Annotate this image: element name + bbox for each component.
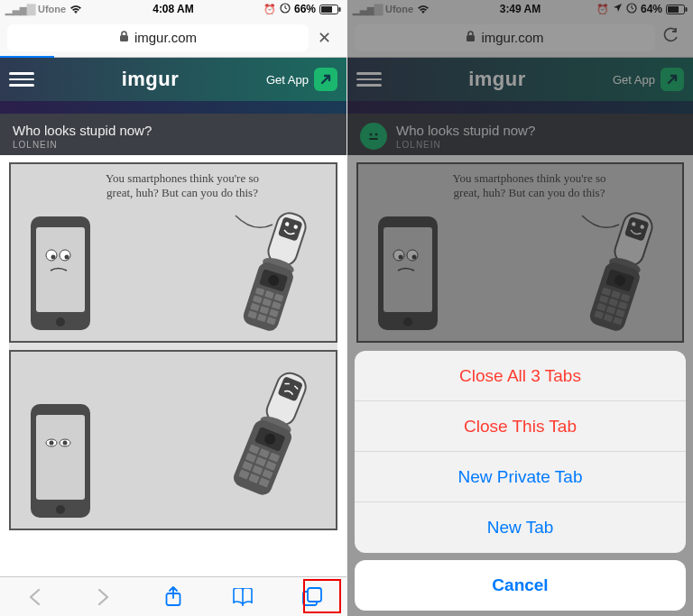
smartphone-drawing [376,215,439,336]
address-bar: imgur.com ✕ [0,18,346,58]
flip-phone-drawing [581,209,662,339]
svg-point-72 [407,250,418,261]
get-app-button[interactable]: Get App [613,68,684,91]
svg-point-66 [375,133,378,136]
post-title: Who looks stupid now? [13,123,152,138]
speech-bubble: You smartphones think you're so great, h… [439,171,619,201]
menu-icon[interactable] [356,72,382,87]
imgur-logo: imgur [468,68,526,91]
svg-point-70 [403,317,412,326]
smartphone-drawing [29,215,92,336]
svg-point-65 [370,133,373,136]
url-field[interactable]: imgur.com [7,24,309,51]
get-app-icon [661,68,684,91]
svg-rect-69 [383,227,432,312]
imgur-logo: imgur [122,68,180,91]
svg-rect-64 [467,35,475,41]
comic-image: You smartphones think you're so great, h… [356,162,684,343]
url-field[interactable]: imgur.com [355,24,655,51]
safari-toolbar [0,576,346,616]
svg-rect-33 [36,415,85,500]
close-this-tab-button[interactable]: Close This Tab [355,401,686,452]
new-tab-button[interactable]: New Tab [355,502,686,553]
post-header: Who looks stupid now? LOLNEIN [0,114,346,155]
post-author: LOLNEIN [13,140,152,150]
action-sheet: Close All 3 Tabs Close This Tab New Priv… [355,351,686,611]
status-bar: ▁▃▅▇ Ufone 3:49 AM ⏰ 64% [347,0,693,18]
get-app-label: Get App [266,73,309,87]
address-bar: imgur.com [347,18,693,58]
post-author: LOLNEIN [396,140,535,150]
svg-point-7 [56,317,65,326]
screenshot-right: ▁▃▅▇ Ufone 3:49 AM ⏰ 64% imgur.com imgur… [346,0,693,616]
speech-bubble: You smartphones think you're so great, h… [92,171,273,201]
svg-point-38 [63,441,68,446]
svg-point-8 [46,250,57,261]
stop-button[interactable]: ✕ [309,28,339,48]
forward-button [84,581,124,613]
back-button [14,581,54,613]
lock-icon [466,30,476,46]
svg-rect-6 [36,227,85,312]
svg-point-37 [50,441,54,446]
url-text: imgur.com [481,30,543,45]
imgur-header: imgur Get App [0,58,346,101]
header-banner [0,101,346,114]
page-content: Who looks stupid now? LOLNEIN You smartp… [0,114,346,576]
svg-point-9 [60,250,70,261]
cancel-button[interactable]: Cancel [355,560,686,611]
get-app-icon [314,68,337,91]
svg-point-71 [393,250,404,261]
flip-phone-drawing [226,370,316,509]
flip-phone-drawing [235,209,316,339]
smartphone-drawing [29,402,92,523]
post-header: Who looks stupid now? LOLNEIN [347,114,693,155]
share-button[interactable] [153,581,193,613]
comic-panel-2 [9,350,337,530]
bookmarks-button[interactable] [223,581,263,613]
post-title: Who looks stupid now? [396,123,535,138]
lock-icon [119,30,129,46]
avatar [360,123,387,150]
svg-rect-59 [308,588,321,602]
new-private-tab-button[interactable]: New Private Tab [355,452,686,502]
status-time: 3:49 AM [347,3,693,15]
comic-image: You smartphones think you're so great, h… [9,162,337,530]
svg-rect-4 [120,35,128,41]
svg-point-74 [412,255,417,260]
menu-icon[interactable] [9,72,34,87]
comic-panel-1: You smartphones think you're so great, h… [9,162,337,343]
get-app-button[interactable]: Get App [266,68,337,91]
url-text: imgur.com [134,30,197,45]
header-banner [347,101,693,114]
close-all-tabs-button[interactable]: Close All 3 Tabs [355,351,686,401]
screenshot-left: ▁▃▅▇ Ufone 4:08 AM ⏰ 66% imgur.com ✕ img… [0,0,346,616]
svg-point-10 [51,255,56,260]
comic-panel-1: You smartphones think you're so great, h… [356,162,684,343]
svg-point-73 [399,255,403,260]
svg-point-11 [65,255,69,260]
status-bar: ▁▃▅▇ Ufone 4:08 AM ⏰ 66% [0,0,346,18]
svg-point-34 [56,505,65,514]
imgur-header: imgur Get App [347,58,693,101]
tabs-button[interactable] [292,581,332,613]
get-app-label: Get App [613,73,655,87]
reload-button[interactable] [655,27,686,49]
status-time: 4:08 AM [0,3,346,15]
